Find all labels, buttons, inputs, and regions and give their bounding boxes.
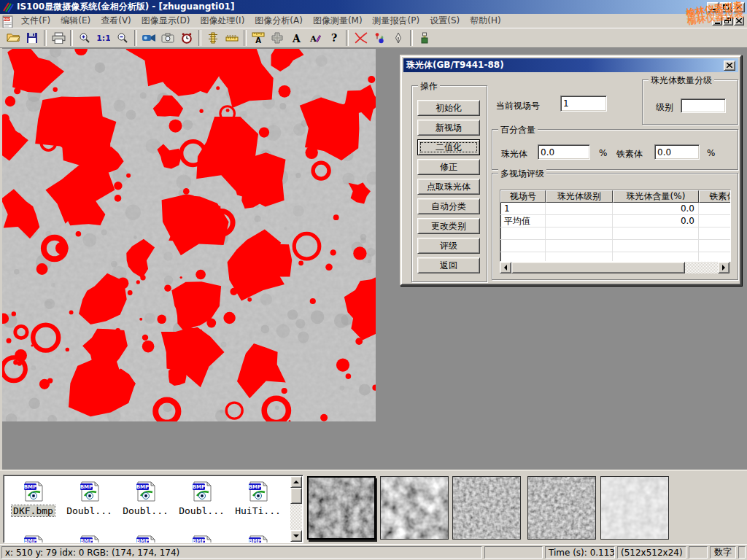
measure-text-icon[interactable]: A — [249, 29, 268, 47]
preview-5[interactable] — [600, 476, 669, 540]
dialog-title-bar[interactable]: 珠光体(GB/T9441-88) — [403, 58, 738, 72]
zoom-in-icon[interactable] — [75, 29, 94, 47]
menu-item-7[interactable]: 测量报告(P) — [368, 14, 425, 28]
child-restore-button[interactable] — [723, 16, 733, 26]
file-list-scrollbar[interactable] — [290, 476, 302, 542]
column-header-3[interactable]: 铁素体含量(%) — [699, 190, 731, 203]
table-row[interactable] — [500, 252, 730, 262]
vscroll-track[interactable] — [290, 504, 302, 530]
video-camera-icon[interactable] — [139, 29, 158, 47]
column-header-1[interactable]: 珠光体级别 — [546, 190, 613, 203]
help-icon[interactable]: ? — [325, 29, 344, 47]
file-item[interactable]: BMPDoubl... — [117, 478, 174, 532]
menu-item-8[interactable]: 设置(S) — [425, 14, 465, 28]
percent-group-label: 百分含量 — [498, 124, 538, 136]
menu-item-2[interactable]: 查看(V) — [96, 14, 136, 28]
current-view-input[interactable] — [560, 96, 607, 112]
op-button-1[interactable]: 新视场 — [417, 120, 480, 136]
ruler-icon[interactable] — [222, 29, 241, 47]
metallograph-image[interactable] — [2, 49, 376, 421]
preview-2[interactable] — [380, 476, 449, 540]
preview-3[interactable] — [452, 476, 521, 540]
table-row[interactable]: 10.0 — [500, 203, 730, 215]
child-close-button[interactable] — [734, 16, 744, 26]
preview-1[interactable] — [307, 476, 376, 540]
menu-item-5[interactable]: 图像分析(A) — [249, 14, 308, 28]
pen-icon[interactable] — [389, 29, 408, 47]
op-button-5[interactable]: 自动分类 — [417, 198, 480, 214]
file-item[interactable]: BMP — [230, 532, 286, 543]
column-header-0[interactable]: 视场号 — [500, 190, 546, 203]
level-input[interactable] — [681, 98, 726, 113]
menu-item-0[interactable]: 文件(F) — [16, 14, 55, 28]
table-row[interactable] — [500, 240, 730, 252]
dialog-close-button[interactable] — [724, 61, 735, 71]
menu-item-6[interactable]: 图像测量(M) — [308, 14, 368, 28]
file-name[interactable]: Doubl... — [65, 505, 114, 516]
hscroll-thumb[interactable] — [511, 262, 685, 273]
file-name[interactable]: Doubl... — [177, 505, 226, 516]
svg-text:BMP: BMP — [192, 484, 204, 490]
maximize-button[interactable] — [720, 2, 732, 12]
multiview-table[interactable]: 视场号珠光体级别珠光体含量(%)铁素体含量(%)10.0平均值0.0 — [500, 190, 731, 262]
vscroll-thumb[interactable] — [290, 488, 302, 504]
time-text: Time (s): 0.113 — [549, 548, 615, 558]
title-bar[interactable]: IS100显微摄像系统(金相分析版) - [zhuguangti01] — [0, 0, 747, 14]
op-button-7[interactable]: 评级 — [417, 238, 480, 254]
close-button[interactable] — [733, 2, 745, 12]
scroll-up-button[interactable] — [290, 476, 302, 488]
scroll-down-button[interactable] — [290, 530, 302, 542]
child-minimize-button[interactable] — [712, 16, 722, 26]
hscroll-track[interactable] — [685, 262, 718, 273]
ferrite-percent-input[interactable] — [654, 144, 700, 160]
annotate-icon[interactable]: A — [306, 29, 325, 47]
scroll-right-button[interactable] — [718, 262, 729, 273]
op-button-0[interactable]: 初始化 — [417, 100, 480, 116]
table-row[interactable]: 平均值0.0 — [500, 215, 730, 228]
file-name[interactable]: HuiTi... — [233, 505, 282, 516]
file-item[interactable]: BMPHuiTi... — [230, 478, 286, 532]
timer-icon[interactable] — [177, 29, 196, 47]
minimize-button[interactable] — [707, 2, 719, 12]
text-label-icon[interactable]: A — [287, 29, 306, 47]
actual-size-icon[interactable]: 1:1 — [94, 29, 113, 47]
file-item[interactable]: BMPDKF.bmp — [5, 478, 61, 532]
op-button-8[interactable]: 返回 — [417, 257, 480, 273]
file-name[interactable]: Doubl... — [121, 505, 170, 516]
op-button-2[interactable]: 二值化 — [417, 139, 480, 155]
file-item[interactable]: BMP — [174, 532, 230, 543]
file-item[interactable]: BMP — [117, 532, 174, 543]
table-row[interactable] — [500, 228, 730, 240]
file-name[interactable]: DKF.bmp — [12, 505, 55, 516]
file-item[interactable]: BMP — [5, 532, 61, 543]
op-button-3[interactable]: 修正 — [417, 159, 480, 175]
menu-item-9[interactable]: 帮助(H) — [465, 14, 506, 28]
file-item[interactable]: BMPDoubl... — [61, 478, 117, 532]
grid-icon[interactable] — [268, 29, 287, 47]
app-icon — [2, 1, 14, 13]
scroll-left-button[interactable] — [500, 262, 511, 273]
pearlite-label: 珠光体 — [501, 148, 527, 160]
open-icon[interactable] — [4, 29, 23, 47]
menu-item-1[interactable]: 编辑(E) — [55, 14, 96, 28]
brush-icon[interactable] — [415, 29, 434, 47]
preview-4[interactable] — [527, 476, 596, 540]
curve-cut-icon[interactable] — [351, 29, 370, 47]
print-icon[interactable] — [49, 29, 68, 47]
save-icon[interactable] — [23, 29, 42, 47]
op-button-6[interactable]: 更改类别 — [417, 218, 480, 234]
file-item[interactable]: BMP — [61, 532, 117, 543]
column-header-2[interactable]: 珠光体含量(%) — [613, 190, 699, 203]
markers-icon[interactable]: a — [370, 29, 389, 47]
svg-text:BMP: BMP — [80, 484, 92, 490]
caliper-icon[interactable] — [204, 29, 222, 47]
camera-icon[interactable] — [158, 29, 177, 47]
menu-item-3[interactable]: 图像显示(D) — [136, 14, 196, 28]
pearlite-percent-input[interactable] — [538, 144, 590, 160]
svg-text:DOC: DOC — [3, 18, 10, 21]
zoom-out-icon[interactable] — [113, 29, 132, 47]
menu-item-4[interactable]: 图像处理(I) — [195, 14, 249, 28]
table-hscrollbar[interactable] — [500, 262, 729, 273]
op-button-4[interactable]: 点取珠光体 — [417, 179, 480, 195]
file-item[interactable]: BMPDoubl... — [174, 478, 230, 532]
